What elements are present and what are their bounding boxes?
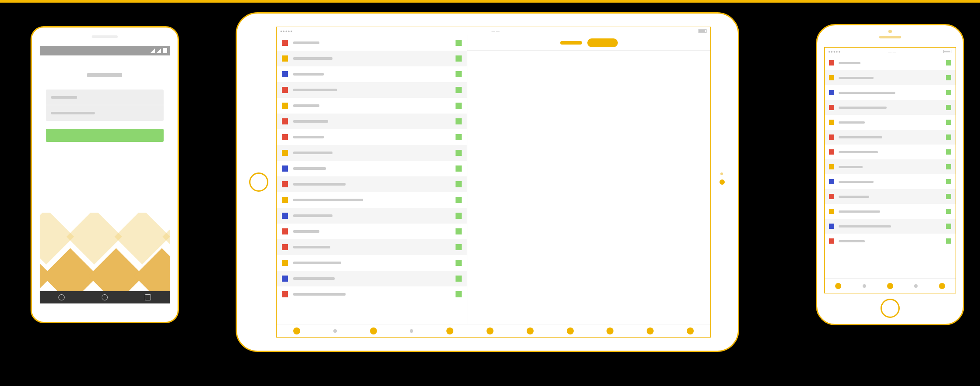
iphone-list[interactable] [825,55,956,278]
tablet-home-button[interactable] [249,172,268,192]
list-item[interactable] [277,224,467,239]
list-item[interactable] [277,51,467,66]
list-item[interactable] [277,176,467,192]
list-item[interactable] [825,219,956,234]
status-badge [456,197,462,203]
list-item[interactable] [277,161,467,176]
tab-item[interactable] [293,327,300,334]
list-item[interactable] [277,82,467,98]
category-color-icon [282,103,288,109]
list-item[interactable] [825,145,956,159]
tab-item[interactable] [835,283,841,289]
category-color-icon [282,165,288,172]
item-label [293,183,346,186]
iphone-screen: ●●●●● — — [824,47,956,293]
tab-item[interactable] [887,283,893,289]
tab-item[interactable] [607,327,613,334]
item-label [839,181,874,183]
status-badge [456,244,462,250]
tab-item[interactable] [333,329,337,333]
status-badge [946,224,951,229]
item-label [293,230,319,233]
status-badge [946,120,951,125]
list-item[interactable] [825,115,956,130]
list-item[interactable] [825,204,956,219]
signal-dots-icon: ●●●●● [280,29,293,33]
list-item[interactable] [277,286,467,302]
list-item[interactable] [277,145,467,161]
tablet-sensor [720,172,723,175]
android-screen [40,46,170,303]
item-label [293,293,346,296]
list-item[interactable] [277,192,467,208]
tab-item[interactable] [487,327,493,334]
status-badge [946,75,951,80]
item-label [293,136,324,138]
battery-icon [698,29,707,33]
category-color-icon [829,75,834,80]
top-accent-bar [0,0,980,3]
status-badge [456,165,462,172]
back-button[interactable] [58,294,65,300]
tab-item[interactable] [527,327,534,334]
tab-item[interactable] [410,329,413,333]
list-item[interactable] [825,85,956,100]
category-color-icon [829,238,834,244]
list-item[interactable] [277,35,467,51]
list-item[interactable] [277,208,467,224]
category-color-icon [829,90,834,95]
category-color-icon [829,224,834,229]
tab-item[interactable] [687,327,694,334]
list-item[interactable] [825,100,956,115]
list-item[interactable] [825,70,956,85]
category-color-icon [282,40,288,46]
segment-2[interactable] [587,38,618,47]
iphone-camera [888,30,892,33]
login-form [46,90,164,121]
tab-item[interactable] [446,327,453,334]
tab-item[interactable] [647,327,654,334]
segment-1[interactable] [560,41,582,45]
home-button[interactable] [102,294,108,300]
recents-button[interactable] [145,294,151,300]
iphone-tab-bar [825,278,956,293]
status-badge [456,228,462,234]
item-label [839,62,860,64]
item-label [293,104,319,107]
list-item[interactable] [825,234,956,248]
category-color-icon [282,150,288,156]
list-item[interactable] [825,159,956,174]
tablet-list[interactable] [277,35,467,324]
list-item[interactable] [277,255,467,271]
category-color-icon [829,105,834,110]
login-button[interactable] [46,129,164,142]
tab-item[interactable] [939,283,945,289]
tab-item[interactable] [370,327,377,334]
item-label [839,77,874,79]
tab-item[interactable] [567,327,574,334]
list-item[interactable] [277,114,467,129]
item-label [839,225,891,227]
password-field[interactable] [46,105,164,121]
list-item[interactable] [825,174,956,189]
tab-item[interactable] [914,284,918,288]
category-color-icon [282,213,288,219]
category-color-icon [282,134,288,140]
item-label [293,167,326,170]
wifi-icon [157,48,161,53]
tab-item[interactable] [863,284,866,288]
iphone-home-button[interactable] [881,299,900,318]
list-item[interactable] [825,55,956,70]
status-badge [456,87,462,93]
list-item[interactable] [277,98,467,114]
segmented-control[interactable] [467,35,710,51]
status-badge [456,103,462,109]
list-item[interactable] [277,129,467,145]
list-item[interactable] [277,239,467,255]
list-item[interactable] [277,66,467,82]
username-field[interactable] [46,90,164,105]
list-item[interactable] [277,271,467,286]
category-color-icon [282,276,288,282]
list-item[interactable] [825,189,956,204]
list-item[interactable] [825,130,956,145]
